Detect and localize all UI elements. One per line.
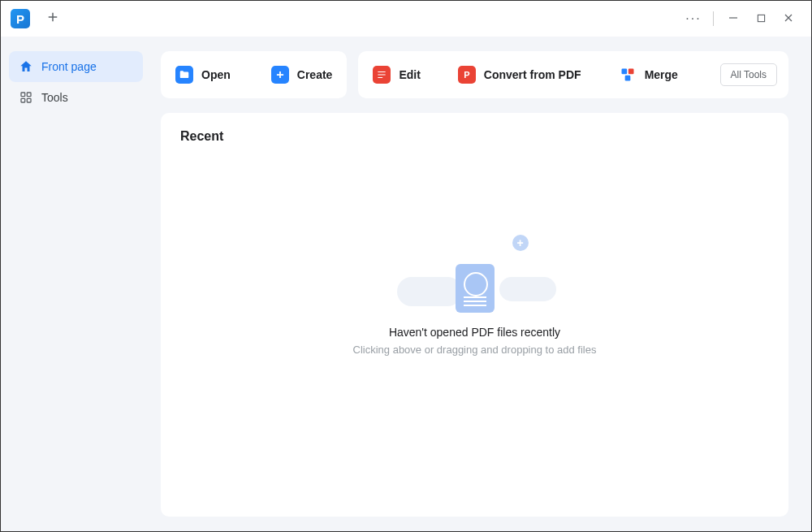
- home-icon: [19, 59, 33, 74]
- new-tab-button[interactable]: [41, 7, 64, 30]
- recent-card: Recent + Haven't opened PDF files recent…: [161, 113, 788, 517]
- all-tools-button[interactable]: All Tools: [720, 63, 777, 86]
- sidebar-item-frontpage[interactable]: Front page: [9, 51, 143, 82]
- minimize-button[interactable]: [720, 6, 746, 32]
- button-label: Merge: [645, 68, 678, 81]
- titlebar: P ···: [1, 1, 811, 37]
- grid-icon: [19, 90, 33, 105]
- svg-rect-5: [621, 69, 627, 75]
- empty-state[interactable]: + Haven't opened PDF files recently Clic…: [180, 144, 769, 500]
- svg-rect-3: [21, 98, 25, 102]
- minimize-icon: [728, 11, 738, 26]
- edit-button[interactable]: Edit: [369, 61, 423, 89]
- button-label: Create: [297, 68, 333, 81]
- svg-rect-7: [624, 76, 630, 81]
- svg-rect-2: [27, 93, 31, 97]
- open-button[interactable]: Open: [172, 61, 234, 89]
- svg-rect-4: [27, 98, 31, 102]
- titlebar-left: P: [11, 7, 64, 30]
- more-button[interactable]: ···: [680, 6, 706, 32]
- merge-icon: [619, 66, 637, 84]
- recent-heading: Recent: [180, 129, 769, 144]
- merge-button[interactable]: Merge: [615, 61, 681, 89]
- add-badge-icon: +: [512, 235, 529, 251]
- close-button[interactable]: [775, 6, 801, 32]
- svg-rect-1: [21, 93, 25, 97]
- button-label: Convert from PDF: [484, 68, 581, 81]
- svg-rect-6: [628, 69, 633, 75]
- app-logo-letter: P: [16, 12, 24, 26]
- plus-square-icon: [271, 66, 289, 84]
- toolbar-secondary-left: Edit P Convert from PDF Merge: [369, 61, 680, 89]
- empty-subtitle: Clicking above or dragging and dropping …: [353, 344, 597, 356]
- separator: [713, 11, 714, 26]
- document-p-icon: P: [458, 66, 476, 84]
- titlebar-right: ···: [680, 6, 801, 32]
- maximize-icon: [757, 11, 766, 26]
- empty-illustration: +: [426, 240, 524, 313]
- button-label: Open: [201, 68, 231, 81]
- pdf-document-icon: [456, 264, 495, 313]
- app-logo[interactable]: P: [11, 9, 30, 28]
- toolbar: Open Create Edit: [161, 51, 788, 98]
- maximize-button[interactable]: [748, 6, 774, 32]
- sidebar-item-label: Front page: [41, 60, 97, 73]
- cloud-shape: [499, 277, 556, 301]
- convert-button[interactable]: P Convert from PDF: [455, 61, 585, 89]
- plus-icon: [45, 10, 60, 28]
- body: Front page Tools Open: [1, 37, 811, 531]
- cloud-shape: [397, 277, 462, 306]
- button-label: All Tools: [731, 69, 767, 80]
- create-button[interactable]: Create: [268, 61, 336, 89]
- close-icon: [784, 11, 793, 26]
- toolbar-card-secondary: Edit P Convert from PDF Merge: [358, 51, 788, 98]
- edit-icon: [373, 66, 391, 84]
- button-label: Edit: [399, 68, 420, 81]
- svg-rect-0: [758, 15, 764, 21]
- sidebar: Front page Tools: [1, 37, 151, 531]
- toolbar-card-primary: Open Create: [161, 51, 347, 98]
- sidebar-item-tools[interactable]: Tools: [9, 82, 143, 113]
- main: Open Create Edit: [151, 37, 811, 531]
- folder-icon: [175, 66, 193, 84]
- empty-title: Haven't opened PDF files recently: [389, 326, 560, 339]
- more-icon: ···: [685, 11, 701, 26]
- sidebar-item-label: Tools: [41, 91, 68, 104]
